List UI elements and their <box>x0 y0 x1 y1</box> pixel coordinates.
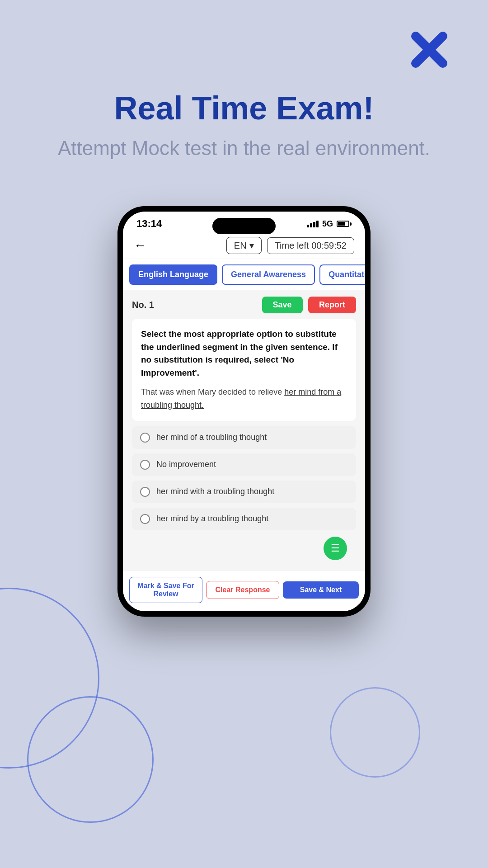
status-icons: 5G <box>307 219 352 229</box>
phone-screen: 13:14 5G <box>123 212 365 611</box>
nav-right-controls: EN ▾ Time left 00:59:52 <box>226 237 354 254</box>
dynamic-island <box>212 218 276 234</box>
option-radio-c <box>140 487 150 497</box>
hero-subtitle: Attempt Mock test in the real environmen… <box>0 135 488 161</box>
option-radio-b <box>140 460 150 470</box>
bottom-action-bar: Mark & Save For Review Clear Response Sa… <box>123 570 365 611</box>
network-type: 5G <box>322 219 333 229</box>
language-label: EN <box>234 241 247 251</box>
sentence-before: That was when Mary decided to relieve <box>141 387 282 396</box>
report-button[interactable]: Report <box>308 297 356 313</box>
battery-icon <box>337 221 352 227</box>
tab-general-awareness[interactable]: General Awareness <box>222 264 315 285</box>
phone-mockup: 13:14 5G <box>117 206 371 617</box>
option-a-text: her mind of a troubling thought <box>156 433 267 442</box>
option-c[interactable]: her mind with a troubling thought <box>132 481 356 503</box>
subject-tabs: English Language General Awareness Quant… <box>123 259 365 290</box>
nav-bar: ← EN ▾ Time left 00:59:52 <box>123 232 365 259</box>
fab-menu-area: ☰ <box>132 530 356 564</box>
option-c-text: her mind with a troubling thought <box>156 487 274 496</box>
mark-save-review-button[interactable]: Mark & Save For Review <box>129 577 202 603</box>
menu-lines-icon: ☰ <box>331 542 340 554</box>
option-b[interactable]: No improvement <box>132 453 356 476</box>
option-radio-a <box>140 433 150 443</box>
option-radio-d <box>140 514 150 524</box>
save-question-button[interactable]: Save <box>262 297 303 313</box>
option-d[interactable]: her mind by a troubling thought <box>132 508 356 530</box>
question-number: No. 1 <box>132 300 154 310</box>
signal-bar-2 <box>310 223 312 227</box>
question-card: Select the most appropriate option to su… <box>132 319 356 421</box>
signal-bar-3 <box>313 222 315 227</box>
timer-display: Time left 00:59:52 <box>267 237 354 254</box>
tab-english-language[interactable]: English Language <box>129 264 217 285</box>
fab-menu-button[interactable]: ☰ <box>324 537 347 560</box>
phone-mockup-wrapper: 13:14 5G <box>0 206 488 617</box>
status-time: 13:14 <box>136 218 162 230</box>
bg-decoration-circle-2 <box>27 696 154 823</box>
options-list: her mind of a troubling thought No impro… <box>132 426 356 530</box>
signal-bar-1 <box>307 225 309 227</box>
question-sentence: That was when Mary decided to relieve he… <box>141 386 347 412</box>
question-area: No. 1 Save Report Select the most approp… <box>123 290 365 570</box>
signal-bar-4 <box>316 221 319 227</box>
hero-title: Real Time Exam! <box>0 90 488 126</box>
question-header: No. 1 Save Report <box>132 297 356 313</box>
clear-response-button[interactable]: Clear Response <box>206 581 279 599</box>
bg-decoration-circle-3 <box>330 687 420 778</box>
save-next-button[interactable]: Save & Next <box>283 581 359 599</box>
signal-bars-icon <box>307 221 319 227</box>
option-a[interactable]: her mind of a troubling thought <box>132 426 356 449</box>
tab-quantitative[interactable]: Quantitative <box>319 264 365 285</box>
back-button[interactable]: ← <box>134 238 146 253</box>
question-actions: Save Report <box>262 297 357 313</box>
question-instruction: Select the most appropriate option to su… <box>141 328 347 379</box>
option-b-text: No improvement <box>156 460 216 469</box>
close-button[interactable] <box>407 27 452 72</box>
option-d-text: her mind by a troubling thought <box>156 514 268 524</box>
language-selector[interactable]: EN ▾ <box>226 237 262 254</box>
dropdown-icon: ▾ <box>249 240 254 251</box>
